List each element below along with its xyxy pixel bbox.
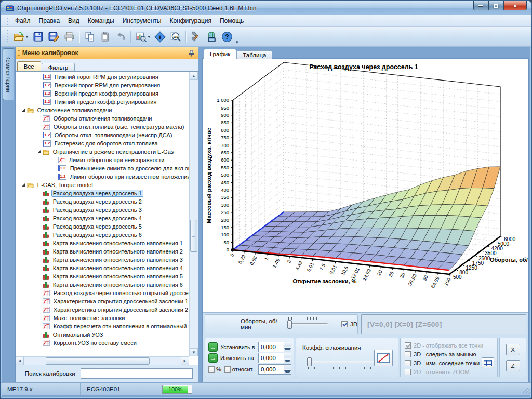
tree-item[interactable]: 1.2Обороты откл. топливоподачи (неиспр.Д… xyxy=(16,131,189,139)
chart-view-button[interactable] xyxy=(133,29,149,45)
set-value-spinner[interactable]: 0,000 xyxy=(258,342,291,352)
tree-item[interactable]: 1.2Верхний порог RPM для регулирования xyxy=(16,81,189,89)
tree-item[interactable]: E-GAS, Torque model xyxy=(16,181,189,189)
expand-triangle-icon[interactable] xyxy=(22,109,25,112)
set-value[interactable]: 0,000 xyxy=(259,342,284,352)
tools-button[interactable] xyxy=(188,29,204,45)
comments-tab[interactable]: Комментарии xyxy=(3,48,14,100)
tree-horizontal-scrollbar[interactable]: ◄ ► xyxy=(16,356,189,365)
relative-value-spinner[interactable]: 0,000 xyxy=(258,364,291,375)
tree-item[interactable]: Макс. положение заслонки xyxy=(16,314,189,322)
expand-triangle-icon[interactable] xyxy=(37,150,41,153)
tree-item[interactable]: Карта вычисления относительного наполнен… xyxy=(16,247,189,256)
z-axis-button[interactable]: Z xyxy=(506,360,520,371)
change-value[interactable]: 0,000 xyxy=(259,353,284,363)
help-button[interactable]: ? xyxy=(219,29,235,45)
menu-item-2[interactable]: Вид xyxy=(64,16,84,26)
close-button[interactable]: × xyxy=(503,1,527,10)
apply-change-button[interactable]: → xyxy=(208,353,218,363)
scroll-up-arrow[interactable]: ▲ xyxy=(190,72,198,80)
tree-item[interactable]: Расход воздуха через полностью открытый … xyxy=(16,289,189,297)
tree-item[interactable]: Карта вычисления относительного наполнен… xyxy=(16,272,189,281)
search-input[interactable] xyxy=(81,368,193,379)
tree-vertical-scrollbar[interactable]: ▲ ▼ xyxy=(189,72,198,356)
tree-item[interactable]: Оптимальный УОЗ xyxy=(16,330,189,339)
smoothing-slider[interactable] xyxy=(307,354,379,369)
percent-checkbox[interactable] xyxy=(208,366,215,373)
menu-item-4[interactable]: Инструменты xyxy=(118,16,166,26)
relative-checkbox[interactable] xyxy=(224,366,231,373)
tab-filter[interactable]: Фильтр xyxy=(42,63,75,72)
tree-item[interactable]: Расход воздуха через дроссель 5 xyxy=(16,222,189,231)
slider-thumb[interactable] xyxy=(287,320,292,329)
view-option-checkbox[interactable] xyxy=(405,360,411,366)
horizontal-scroll-thumb[interactable] xyxy=(46,357,150,365)
tab-table[interactable]: Таблица xyxy=(236,50,272,59)
3d-checkbox[interactable] xyxy=(341,321,348,327)
tree-item[interactable]: Отключение топливоподачи xyxy=(16,106,189,114)
grid-edit-button[interactable] xyxy=(482,357,494,368)
tree-item[interactable]: Карта вычисления относительного наполнен… xyxy=(16,264,189,272)
tree-item[interactable]: 1.2Нижний порог RPM для регулирования xyxy=(16,73,189,81)
menu-item-6[interactable]: Помощь xyxy=(216,16,248,26)
spin-down[interactable] xyxy=(284,369,291,374)
slider-track[interactable] xyxy=(287,323,328,325)
vertical-scroll-thumb[interactable] xyxy=(190,220,197,252)
panel-splitter[interactable] xyxy=(198,47,202,382)
x-axis-button[interactable]: X xyxy=(506,344,520,355)
spin-down[interactable] xyxy=(284,347,291,352)
tab-graph[interactable]: График xyxy=(204,49,236,59)
tree-item[interactable]: Характеристика открытия дроссельной засл… xyxy=(16,297,189,305)
tree-item[interactable]: Расход воздуха через дроссель 4 xyxy=(16,214,189,222)
tree-item[interactable]: Расход воздуха через дроссель 1 xyxy=(16,189,189,197)
expand-triangle-icon[interactable] xyxy=(22,183,25,187)
tree-item[interactable]: 1.2Гистерезис для оборотов откл.топлива xyxy=(16,139,189,148)
change-value-spinner[interactable]: 0,000 xyxy=(258,353,291,363)
scroll-right-arrow[interactable]: ► xyxy=(181,357,189,365)
online-button[interactable] xyxy=(204,29,219,45)
resize-grip[interactable] xyxy=(523,388,530,394)
tree-item[interactable]: Ограничение в режиме неисправности E-Gas xyxy=(16,148,189,156)
surface-chart[interactable]: .grid{stroke:#b8b8b8;stroke-width:.8;str… xyxy=(203,59,528,312)
open-dropdown-arrow[interactable] xyxy=(25,36,29,38)
tree-item[interactable]: Характеристика открытия дроссельной засл… xyxy=(16,305,189,314)
menu-item-0[interactable]: Файл xyxy=(11,16,35,26)
maximize-button[interactable] xyxy=(488,1,503,10)
tree-item[interactable]: Коэфф.пересчета отн.наполнения в оптимал… xyxy=(16,322,189,330)
tab-all[interactable]: Все xyxy=(17,61,41,71)
tree-item[interactable]: 1.2Верхний предел коэфф.регулирования xyxy=(16,89,189,98)
undo-button[interactable] xyxy=(113,29,128,45)
tree-item[interactable]: Расход воздуха через дроссель 6 xyxy=(16,231,189,239)
view-option-checkbox[interactable] xyxy=(405,369,411,375)
tree-item[interactable]: Лимит оборотов при неисправности xyxy=(16,156,189,164)
tree-item[interactable]: Обороты откл.топлива (выс. температура м… xyxy=(16,123,189,131)
zoom-button[interactable]: 110 xyxy=(168,29,183,45)
scroll-left-arrow[interactable]: ◄ xyxy=(16,357,24,365)
scroll-down-arrow[interactable]: ▼ xyxy=(190,348,198,356)
spin-up[interactable] xyxy=(284,365,291,370)
menu-item-1[interactable]: Правка xyxy=(35,16,64,26)
chart-dropdown-arrow[interactable] xyxy=(148,36,151,38)
view-option-checkbox[interactable] xyxy=(405,342,411,349)
tree-item[interactable]: 1.2Превышение лимита по дросселю для вкл… xyxy=(16,164,189,172)
tree-item[interactable]: Карта вычисления относительного наполнен… xyxy=(16,281,189,289)
slider-track[interactable] xyxy=(307,361,379,363)
minimize-button[interactable] xyxy=(473,1,488,10)
paste-button[interactable] xyxy=(97,29,113,45)
tree-item[interactable]: Корр.опт.УОЗ по составу смеси xyxy=(16,339,189,347)
slider-thumb[interactable] xyxy=(307,357,312,366)
spin-up[interactable] xyxy=(284,353,291,358)
menu-item-3[interactable]: Команды xyxy=(84,16,118,26)
tree-item[interactable]: 1.2Нижний предел коэфф.регулирования xyxy=(16,98,189,106)
pin-icon[interactable] xyxy=(189,50,194,57)
tree-item[interactable]: Карта вычисления относительного наполнен… xyxy=(16,256,189,264)
save-button[interactable] xyxy=(30,29,46,45)
rpm-slider[interactable] xyxy=(287,316,328,332)
tree-item[interactable]: 1.2Лимит оборотов при неизвестном положе… xyxy=(16,172,189,181)
smoothing-apply-button[interactable] xyxy=(374,350,393,366)
properties-button[interactable]: i xyxy=(152,29,168,45)
spin-down[interactable] xyxy=(284,358,291,363)
relative-value[interactable]: 0,000 xyxy=(259,365,284,374)
toolbar-overflow-chevron[interactable]: ▾ xyxy=(236,39,238,46)
spin-up[interactable] xyxy=(284,342,291,348)
